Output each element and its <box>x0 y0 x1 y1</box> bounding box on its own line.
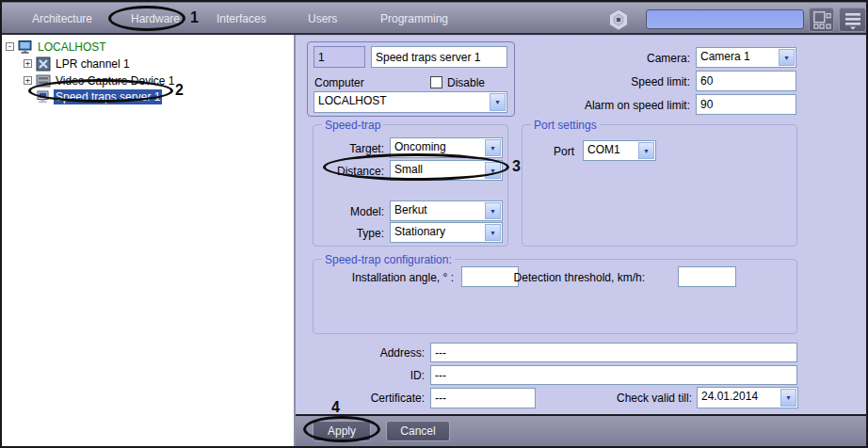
speed-limit-field[interactable] <box>696 71 796 91</box>
port-settings-group <box>522 124 797 247</box>
tree-item-label: Speed traps server 1 <box>54 89 162 104</box>
tree-item-localhost[interactable]: - LOCALHOST <box>6 39 108 55</box>
target-select-value: Oncoming <box>391 138 484 157</box>
tree-item-label: LPR channel 1 <box>54 56 132 72</box>
disable-label: Disable <box>447 76 485 89</box>
model-label: Model: <box>318 205 384 218</box>
chevron-down-icon[interactable]: ▼ <box>490 93 506 111</box>
tree-item-lpr-channel[interactable]: + LPR channel 1 <box>24 56 132 72</box>
menu-item-users[interactable]: Users <box>308 12 337 25</box>
computer-select-value: LOCALHOST <box>314 92 489 112</box>
camera-select[interactable]: Camera 1 ▼ <box>696 47 796 68</box>
tree-item-label: Video Capture Device 1 <box>54 73 177 88</box>
menu-item-interfaces[interactable]: Interfaces <box>217 12 266 25</box>
lpr-channel-icon <box>36 56 51 72</box>
speed-limit-label: Speed limit: <box>529 75 690 88</box>
video-capture-device-icon <box>36 73 51 88</box>
address-label: Address: <box>330 346 425 360</box>
chevron-down-icon[interactable]: ▼ <box>485 202 501 219</box>
port-label: Port <box>510 145 574 158</box>
apply-button[interactable]: Apply <box>313 421 371 441</box>
menu-item-hardware[interactable]: Hardware <box>131 12 180 25</box>
layout-grid-button[interactable] <box>809 8 834 32</box>
expander-expand-icon[interactable]: + <box>24 76 32 85</box>
target-select[interactable]: Oncoming ▼ <box>390 137 503 158</box>
check-valid-till-label: Check valid till: <box>576 392 692 405</box>
distance-select-value: Small <box>391 161 484 180</box>
computer-monitor-icon <box>18 40 33 55</box>
alarm-on-speed-limit-label: Alarm on speed limit: <box>529 99 690 112</box>
computer-select[interactable]: LOCALHOST ▼ <box>313 91 507 113</box>
check-valid-till-select[interactable]: 24.01.2014 ▼ <box>697 387 798 408</box>
type-select[interactable]: Stationary ▼ <box>390 222 503 243</box>
detection-threshold-label: Detection threshold, km/h: <box>510 271 645 284</box>
chevron-down-icon[interactable]: ▼ <box>779 49 795 66</box>
distance-label: Distance: <box>318 165 384 178</box>
chevron-down-icon[interactable]: ▼ <box>638 142 654 159</box>
application-window: Architecture Hardware Interfaces Users P… <box>0 0 868 448</box>
speed-traps-server-icon <box>36 89 51 104</box>
tree-item-label: LOCALHOST <box>36 40 108 55</box>
id-label: ID: <box>330 369 425 382</box>
disable-checkbox[interactable] <box>430 76 442 88</box>
distance-select[interactable]: Small ▼ <box>390 160 503 181</box>
camera-select-value: Camera 1 <box>697 48 778 67</box>
settings-hexnut-icon[interactable] <box>607 8 630 31</box>
tree-item-speed-traps-server[interactable]: Speed traps server 1 <box>36 88 162 104</box>
detection-threshold-field[interactable] <box>678 266 736 287</box>
target-label: Target: <box>318 142 384 155</box>
speed-trap-group-title: Speed-trap <box>322 119 383 132</box>
annotation-number-2: 2 <box>175 82 184 99</box>
model-select[interactable]: Berkut ▼ <box>390 200 503 221</box>
camera-label: Camera: <box>529 52 690 65</box>
objects-tree-panel: - LOCALHOST + LPR channel 1 + <box>2 35 296 448</box>
menu-item-programming[interactable]: Programming <box>380 12 448 25</box>
installation-angle-label: Installation angle, ° : <box>318 271 454 284</box>
expander-expand-icon[interactable]: + <box>24 59 32 68</box>
object-id-field[interactable] <box>313 46 365 68</box>
menu-item-architecture[interactable]: Architecture <box>32 12 92 25</box>
type-label: Type: <box>318 227 384 240</box>
chevron-down-icon[interactable]: ▼ <box>780 389 796 407</box>
type-select-value: Stationary <box>391 223 484 242</box>
search-input[interactable] <box>646 9 804 29</box>
model-select-value: Berkut <box>391 201 484 220</box>
annotation-number-4: 4 <box>331 399 340 416</box>
object-name-field[interactable] <box>371 46 507 68</box>
annotation-number-1: 1 <box>190 9 199 26</box>
speed-trap-configuration-title: Speed-trap configuration: <box>322 253 455 266</box>
chevron-down-icon[interactable]: ▼ <box>485 139 501 156</box>
certificate-label: Certificate: <box>330 392 425 405</box>
check-valid-till-value: 24.01.2014 <box>698 388 780 408</box>
id-field[interactable] <box>430 365 797 385</box>
chevron-down-icon[interactable]: ▼ <box>485 162 501 179</box>
top-menu-bar: Architecture Hardware Interfaces Users P… <box>2 2 866 35</box>
footer-bar <box>296 414 868 448</box>
main-menu-button[interactable] <box>839 8 866 32</box>
hamburger-menu-icon <box>844 9 862 30</box>
port-select-value: COM1 <box>584 141 637 160</box>
annotation-number-3: 3 <box>512 158 521 175</box>
chevron-down-icon[interactable]: ▼ <box>485 224 501 241</box>
certificate-field[interactable] <box>430 388 536 408</box>
computer-label: Computer <box>314 76 364 89</box>
layout-grid-icon <box>812 10 831 29</box>
tree-item-video-capture-device[interactable]: + Video Capture Device 1 <box>24 72 177 88</box>
port-select[interactable]: COM1 ▼ <box>583 140 656 161</box>
expander-collapse-icon[interactable]: - <box>6 42 14 51</box>
cancel-button[interactable]: Cancel <box>386 421 450 441</box>
alarm-on-speed-limit-field[interactable] <box>696 94 796 115</box>
address-field[interactable] <box>430 343 797 362</box>
port-settings-group-title: Port settings <box>531 119 600 132</box>
